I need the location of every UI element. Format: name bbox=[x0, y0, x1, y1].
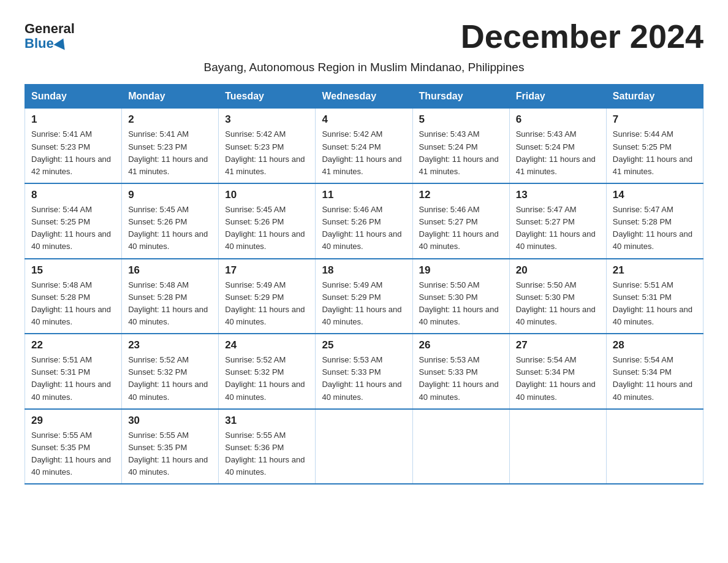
calendar-cell: 20Sunrise: 5:50 AMSunset: 5:30 PMDayligh… bbox=[509, 259, 606, 334]
day-info: Sunrise: 5:50 AMSunset: 5:30 PMDaylight:… bbox=[419, 280, 499, 326]
day-info: Sunrise: 5:43 AMSunset: 5:24 PMDaylight:… bbox=[419, 129, 499, 175]
calendar-cell: 8Sunrise: 5:44 AMSunset: 5:25 PMDaylight… bbox=[25, 183, 122, 259]
day-number: 31 bbox=[225, 415, 309, 427]
day-info: Sunrise: 5:55 AMSunset: 5:35 PMDaylight:… bbox=[128, 431, 208, 477]
calendar-cell: 15Sunrise: 5:48 AMSunset: 5:28 PMDayligh… bbox=[25, 259, 122, 334]
day-info: Sunrise: 5:48 AMSunset: 5:28 PMDaylight:… bbox=[128, 280, 208, 326]
day-info: Sunrise: 5:45 AMSunset: 5:26 PMDaylight:… bbox=[225, 205, 305, 251]
day-number: 1 bbox=[31, 113, 115, 126]
day-info: Sunrise: 5:47 AMSunset: 5:28 PMDaylight:… bbox=[613, 205, 692, 251]
day-number: 23 bbox=[128, 339, 212, 351]
day-info: Sunrise: 5:49 AMSunset: 5:29 PMDaylight:… bbox=[322, 280, 401, 326]
calendar-cell: 11Sunrise: 5:46 AMSunset: 5:26 PMDayligh… bbox=[316, 183, 412, 259]
day-info: Sunrise: 5:55 AMSunset: 5:36 PMDaylight:… bbox=[225, 431, 305, 477]
calendar-cell: 2Sunrise: 5:41 AMSunset: 5:23 PMDaylight… bbox=[122, 109, 219, 183]
calendar-cell bbox=[412, 409, 509, 484]
calendar-cell: 24Sunrise: 5:52 AMSunset: 5:32 PMDayligh… bbox=[219, 334, 316, 409]
header-friday: Friday bbox=[509, 85, 606, 109]
day-number: 27 bbox=[516, 339, 600, 351]
calendar-cell: 28Sunrise: 5:54 AMSunset: 5:34 PMDayligh… bbox=[606, 334, 703, 409]
day-number: 11 bbox=[322, 189, 406, 201]
day-number: 10 bbox=[225, 189, 309, 201]
calendar-cell: 6Sunrise: 5:43 AMSunset: 5:24 PMDaylight… bbox=[509, 109, 606, 183]
logo: General Blue bbox=[25, 21, 75, 51]
calendar-cell: 27Sunrise: 5:54 AMSunset: 5:34 PMDayligh… bbox=[509, 334, 606, 409]
day-number: 26 bbox=[419, 339, 503, 351]
calendar-cell: 9Sunrise: 5:45 AMSunset: 5:26 PMDaylight… bbox=[122, 183, 219, 259]
day-number: 30 bbox=[128, 415, 212, 427]
day-info: Sunrise: 5:52 AMSunset: 5:32 PMDaylight:… bbox=[225, 355, 305, 401]
calendar-cell: 10Sunrise: 5:45 AMSunset: 5:26 PMDayligh… bbox=[219, 183, 316, 259]
calendar-cell bbox=[316, 409, 412, 484]
day-number: 8 bbox=[31, 189, 115, 201]
logo-general-text: General bbox=[25, 21, 75, 36]
day-info: Sunrise: 5:46 AMSunset: 5:27 PMDaylight:… bbox=[419, 205, 499, 251]
calendar-cell: 7Sunrise: 5:44 AMSunset: 5:25 PMDaylight… bbox=[606, 109, 703, 183]
day-info: Sunrise: 5:42 AMSunset: 5:24 PMDaylight:… bbox=[322, 129, 401, 175]
day-info: Sunrise: 5:53 AMSunset: 5:33 PMDaylight:… bbox=[419, 355, 499, 401]
calendar-cell: 4Sunrise: 5:42 AMSunset: 5:24 PMDaylight… bbox=[316, 109, 412, 183]
day-info: Sunrise: 5:51 AMSunset: 5:31 PMDaylight:… bbox=[613, 280, 692, 326]
page-header: General Blue December 2024 bbox=[25, 18, 703, 55]
day-number: 17 bbox=[225, 264, 309, 277]
day-info: Sunrise: 5:49 AMSunset: 5:29 PMDaylight:… bbox=[225, 280, 305, 326]
day-number: 25 bbox=[322, 339, 406, 351]
day-info: Sunrise: 5:55 AMSunset: 5:35 PMDaylight:… bbox=[31, 431, 111, 477]
day-number: 3 bbox=[225, 113, 309, 126]
day-number: 24 bbox=[225, 339, 309, 351]
calendar-cell: 30Sunrise: 5:55 AMSunset: 5:35 PMDayligh… bbox=[122, 409, 219, 484]
calendar-cell bbox=[606, 409, 703, 484]
day-number: 18 bbox=[322, 264, 406, 277]
day-info: Sunrise: 5:44 AMSunset: 5:25 PMDaylight:… bbox=[31, 205, 111, 251]
calendar-cell: 16Sunrise: 5:48 AMSunset: 5:28 PMDayligh… bbox=[122, 259, 219, 334]
day-info: Sunrise: 5:47 AMSunset: 5:27 PMDaylight:… bbox=[516, 205, 596, 251]
header-tuesday: Tuesday bbox=[219, 85, 316, 109]
day-info: Sunrise: 5:54 AMSunset: 5:34 PMDaylight:… bbox=[516, 355, 596, 401]
day-number: 4 bbox=[322, 113, 406, 126]
month-title: December 2024 bbox=[461, 18, 703, 55]
header-monday: Monday bbox=[122, 85, 219, 109]
calendar-header-row: SundayMondayTuesdayWednesdayThursdayFrid… bbox=[25, 85, 703, 109]
calendar-cell: 19Sunrise: 5:50 AMSunset: 5:30 PMDayligh… bbox=[412, 259, 509, 334]
day-info: Sunrise: 5:51 AMSunset: 5:31 PMDaylight:… bbox=[31, 355, 111, 401]
day-number: 12 bbox=[419, 189, 503, 201]
day-info: Sunrise: 5:50 AMSunset: 5:30 PMDaylight:… bbox=[516, 280, 596, 326]
day-info: Sunrise: 5:45 AMSunset: 5:26 PMDaylight:… bbox=[128, 205, 208, 251]
day-number: 6 bbox=[516, 113, 600, 126]
day-info: Sunrise: 5:53 AMSunset: 5:33 PMDaylight:… bbox=[322, 355, 401, 401]
header-thursday: Thursday bbox=[412, 85, 509, 109]
day-number: 19 bbox=[419, 264, 503, 277]
calendar-cell: 25Sunrise: 5:53 AMSunset: 5:33 PMDayligh… bbox=[316, 334, 412, 409]
calendar-cell: 31Sunrise: 5:55 AMSunset: 5:36 PMDayligh… bbox=[219, 409, 316, 484]
calendar-cell: 14Sunrise: 5:47 AMSunset: 5:28 PMDayligh… bbox=[606, 183, 703, 259]
day-info: Sunrise: 5:44 AMSunset: 5:25 PMDaylight:… bbox=[613, 129, 692, 175]
calendar-cell: 5Sunrise: 5:43 AMSunset: 5:24 PMDaylight… bbox=[412, 109, 509, 183]
day-number: 7 bbox=[613, 113, 697, 126]
day-info: Sunrise: 5:54 AMSunset: 5:34 PMDaylight:… bbox=[613, 355, 692, 401]
calendar-cell: 29Sunrise: 5:55 AMSunset: 5:35 PMDayligh… bbox=[25, 409, 122, 484]
calendar-week-row: 8Sunrise: 5:44 AMSunset: 5:25 PMDaylight… bbox=[25, 183, 703, 259]
calendar-cell: 26Sunrise: 5:53 AMSunset: 5:33 PMDayligh… bbox=[412, 334, 509, 409]
day-info: Sunrise: 5:48 AMSunset: 5:28 PMDaylight:… bbox=[31, 280, 111, 326]
day-number: 21 bbox=[613, 264, 697, 277]
logo-blue-text: Blue bbox=[25, 36, 67, 51]
header-saturday: Saturday bbox=[606, 85, 703, 109]
calendar-cell: 18Sunrise: 5:49 AMSunset: 5:29 PMDayligh… bbox=[316, 259, 412, 334]
calendar-week-row: 29Sunrise: 5:55 AMSunset: 5:35 PMDayligh… bbox=[25, 409, 703, 484]
day-info: Sunrise: 5:41 AMSunset: 5:23 PMDaylight:… bbox=[128, 129, 208, 175]
day-number: 9 bbox=[128, 189, 212, 201]
calendar-week-row: 22Sunrise: 5:51 AMSunset: 5:31 PMDayligh… bbox=[25, 334, 703, 409]
day-info: Sunrise: 5:41 AMSunset: 5:23 PMDaylight:… bbox=[31, 129, 111, 175]
calendar-week-row: 1Sunrise: 5:41 AMSunset: 5:23 PMDaylight… bbox=[25, 109, 703, 183]
day-info: Sunrise: 5:43 AMSunset: 5:24 PMDaylight:… bbox=[516, 129, 596, 175]
subtitle: Bayang, Autonomous Region in Muslim Mind… bbox=[25, 61, 703, 74]
calendar-table: SundayMondayTuesdayWednesdayThursdayFrid… bbox=[25, 84, 703, 484]
calendar-cell: 3Sunrise: 5:42 AMSunset: 5:23 PMDaylight… bbox=[219, 109, 316, 183]
day-number: 29 bbox=[31, 415, 115, 427]
calendar-cell: 13Sunrise: 5:47 AMSunset: 5:27 PMDayligh… bbox=[509, 183, 606, 259]
day-number: 22 bbox=[31, 339, 115, 351]
day-number: 14 bbox=[613, 189, 697, 201]
calendar-cell: 17Sunrise: 5:49 AMSunset: 5:29 PMDayligh… bbox=[219, 259, 316, 334]
day-number: 13 bbox=[516, 189, 600, 201]
calendar-cell: 23Sunrise: 5:52 AMSunset: 5:32 PMDayligh… bbox=[122, 334, 219, 409]
